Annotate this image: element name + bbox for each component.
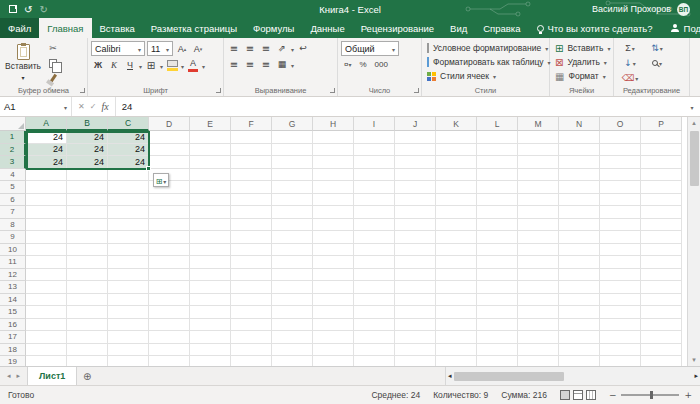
cell-P9[interactable] xyxy=(641,231,682,244)
cell-P3[interactable] xyxy=(641,156,682,169)
cell-N3[interactable] xyxy=(559,156,600,169)
cell-J16[interactable] xyxy=(395,319,436,332)
cell-styles-button[interactable]: Стили ячеек xyxy=(425,69,546,83)
cell-G7[interactable] xyxy=(272,206,313,219)
cell-E4[interactable] xyxy=(190,169,231,182)
cell-B19[interactable] xyxy=(67,356,108,366)
cell-J19[interactable] xyxy=(395,356,436,366)
cell-I11[interactable] xyxy=(354,256,395,269)
cell-H6[interactable] xyxy=(313,194,354,207)
row-header-16[interactable]: 16 xyxy=(0,319,26,332)
cell-C17[interactable] xyxy=(108,331,149,344)
autofill-options-button[interactable] xyxy=(153,173,169,187)
cell-B16[interactable] xyxy=(67,319,108,332)
cell-C4[interactable] xyxy=(108,169,149,182)
cell-O16[interactable] xyxy=(600,319,641,332)
column-header-I[interactable]: I xyxy=(354,117,395,131)
align-right-icon[interactable] xyxy=(259,57,273,71)
row-header-14[interactable]: 14 xyxy=(0,294,26,307)
cell-N4[interactable] xyxy=(559,169,600,182)
cell-J13[interactable] xyxy=(395,281,436,294)
cell-C6[interactable] xyxy=(108,194,149,207)
cell-K10[interactable] xyxy=(436,244,477,257)
cell-N16[interactable] xyxy=(559,319,600,332)
cell-D19[interactable] xyxy=(149,356,190,366)
cell-I16[interactable] xyxy=(354,319,395,332)
cell-I3[interactable] xyxy=(354,156,395,169)
cell-G12[interactable] xyxy=(272,269,313,282)
cell-L17[interactable] xyxy=(477,331,518,344)
cell-L15[interactable] xyxy=(477,306,518,319)
cell-H2[interactable] xyxy=(313,144,354,157)
cell-L7[interactable] xyxy=(477,206,518,219)
row-header-2[interactable]: 2 xyxy=(0,144,26,157)
zoom-slider[interactable] xyxy=(621,394,679,396)
avatar[interactable]: ВП xyxy=(677,3,690,16)
cell-K4[interactable] xyxy=(436,169,477,182)
cell-B14[interactable] xyxy=(67,294,108,307)
row-header-19[interactable]: 19 xyxy=(0,356,26,366)
cell-E9[interactable] xyxy=(190,231,231,244)
clipboard-dialog-launcher-icon[interactable] xyxy=(80,88,85,93)
cell-I5[interactable] xyxy=(354,181,395,194)
formula-input[interactable]: 24 xyxy=(116,97,684,116)
tell-me-box[interactable]: Что вы хотите сделать? xyxy=(529,18,661,38)
cell-K13[interactable] xyxy=(436,281,477,294)
cell-M16[interactable] xyxy=(518,319,559,332)
cell-F6[interactable] xyxy=(231,194,272,207)
cell-G13[interactable] xyxy=(272,281,313,294)
cell-I14[interactable] xyxy=(354,294,395,307)
cell-P8[interactable] xyxy=(641,219,682,232)
cell-H18[interactable] xyxy=(313,344,354,357)
cell-M2[interactable] xyxy=(518,144,559,157)
cell-P7[interactable] xyxy=(641,206,682,219)
horizontal-scroll-thumb[interactable] xyxy=(454,372,564,381)
cell-C9[interactable] xyxy=(108,231,149,244)
cell-B5[interactable] xyxy=(67,181,108,194)
cell-E11[interactable] xyxy=(190,256,231,269)
tab-data[interactable]: Данные xyxy=(302,18,352,38)
fill-color-dropdown-icon[interactable] xyxy=(181,60,184,71)
percent-format-button[interactable]: % xyxy=(356,58,369,71)
cell-F4[interactable] xyxy=(231,169,272,182)
cell-O6[interactable] xyxy=(600,194,641,207)
cell-L13[interactable] xyxy=(477,281,518,294)
format-cells-button[interactable]: Формат xyxy=(553,69,610,83)
column-header-N[interactable]: N xyxy=(559,117,600,131)
cell-M14[interactable] xyxy=(518,294,559,307)
column-header-B[interactable]: B xyxy=(67,117,108,131)
tab-review[interactable]: Рецензирование xyxy=(353,18,442,38)
cell-M3[interactable] xyxy=(518,156,559,169)
undo-icon[interactable] xyxy=(24,4,32,15)
cell-B3[interactable]: 24 xyxy=(67,156,108,169)
delete-cells-button[interactable]: Удалить xyxy=(553,55,610,69)
cell-H5[interactable] xyxy=(313,181,354,194)
save-icon[interactable] xyxy=(9,5,17,13)
cell-A9[interactable] xyxy=(26,231,67,244)
cell-I12[interactable] xyxy=(354,269,395,282)
cell-A7[interactable] xyxy=(26,206,67,219)
cell-F9[interactable] xyxy=(231,231,272,244)
cell-P14[interactable] xyxy=(641,294,682,307)
cell-I2[interactable] xyxy=(354,144,395,157)
cell-K11[interactable] xyxy=(436,256,477,269)
cell-A13[interactable] xyxy=(26,281,67,294)
cell-A14[interactable] xyxy=(26,294,67,307)
cell-P19[interactable] xyxy=(641,356,682,366)
cell-L6[interactable] xyxy=(477,194,518,207)
cell-B2[interactable]: 24 xyxy=(67,144,108,157)
cell-J6[interactable] xyxy=(395,194,436,207)
cell-N10[interactable] xyxy=(559,244,600,257)
cell-C11[interactable] xyxy=(108,256,149,269)
cell-G15[interactable] xyxy=(272,306,313,319)
cell-H11[interactable] xyxy=(313,256,354,269)
cell-E13[interactable] xyxy=(190,281,231,294)
cell-H13[interactable] xyxy=(313,281,354,294)
cell-M4[interactable] xyxy=(518,169,559,182)
cancel-icon[interactable] xyxy=(78,102,85,111)
cell-E2[interactable] xyxy=(190,144,231,157)
paste-button[interactable]: Вставить xyxy=(3,41,43,85)
column-header-D[interactable]: D xyxy=(149,117,190,131)
tab-home[interactable]: Главная xyxy=(39,18,91,38)
cell-G16[interactable] xyxy=(272,319,313,332)
